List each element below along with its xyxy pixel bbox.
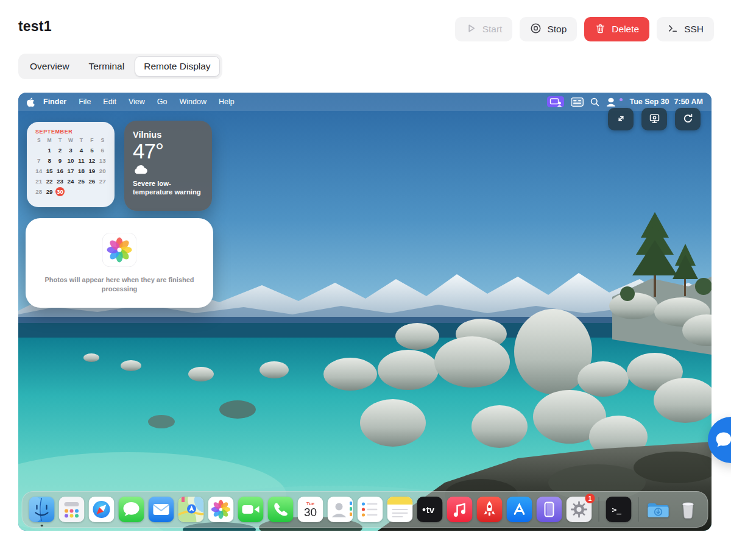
running-indicator <box>41 525 43 527</box>
calendar-day <box>65 187 76 197</box>
dock-icon-photos[interactable] <box>208 497 234 522</box>
calendar-day: 2 <box>55 146 65 155</box>
dock-icon-music[interactable] <box>447 497 473 522</box>
calendar-day: 25 <box>76 177 87 186</box>
dock-icon-appstore[interactable] <box>507 497 532 522</box>
menubar-date[interactable]: Tue Sep 30 <box>629 97 669 106</box>
delete-button[interactable]: Delete <box>584 17 649 41</box>
dock-icon-trash[interactable] <box>676 497 701 522</box>
calendar-day: 3 <box>65 146 76 155</box>
menu-item-finder[interactable]: Finder <box>37 97 72 106</box>
svg-text:30: 30 <box>304 506 317 519</box>
calendar-day: 21 <box>34 177 44 186</box>
menu-item-view[interactable]: View <box>122 97 151 106</box>
calendar-day: 28 <box>34 187 44 197</box>
remote-display-screen[interactable]: FinderFileEditViewGoWindowHelp Tue Sep 3… <box>18 93 712 531</box>
dock-icon-finder[interactable] <box>29 497 55 522</box>
calendar-day-header: T <box>55 136 65 144</box>
menu-item-go[interactable]: Go <box>151 97 174 106</box>
dock-icon-terminal[interactable]: >_ <box>606 497 632 522</box>
calendar-day: 10 <box>65 156 76 166</box>
dock-icon-safari[interactable] <box>89 497 115 522</box>
menubar-menus: FinderFileEditViewGoWindowHelp <box>37 97 241 106</box>
stop-button[interactable]: Stop <box>520 17 577 41</box>
dock-icon-contacts[interactable] <box>328 497 353 522</box>
tab-overview[interactable]: Overview <box>21 56 79 77</box>
calendar-day: 14 <box>34 166 44 176</box>
screen-record-icon <box>648 112 661 127</box>
calendar-day <box>87 187 97 197</box>
user-menu-icon[interactable] <box>606 97 616 107</box>
dock-icon-maps[interactable] <box>178 497 204 522</box>
calendar-day: 8 <box>44 156 54 166</box>
menu-item-help[interactable]: Help <box>213 97 241 106</box>
keyboard-input-icon[interactable] <box>571 97 584 107</box>
calendar-day: 20 <box>97 166 108 176</box>
page-title: test1 <box>18 18 52 35</box>
tab-remote-display[interactable]: Remote Display <box>135 56 219 77</box>
dock-icon-iphone-mirroring[interactable] <box>537 497 562 522</box>
calendar-day: 9 <box>55 156 65 166</box>
trash-icon <box>595 23 606 37</box>
photos-pinwheel-icon <box>102 233 136 269</box>
ssh-button[interactable]: SSH <box>657 17 714 41</box>
dock-icon-launchpad[interactable] <box>59 497 85 522</box>
calendar-day-header: W <box>65 136 76 144</box>
dock-icon-downloads[interactable] <box>646 497 671 522</box>
calendar-day: 19 <box>87 166 97 176</box>
calendar-day: 11 <box>76 156 87 166</box>
calendar-day <box>34 146 44 155</box>
spotlight-search-icon[interactable] <box>590 97 599 107</box>
calendar-today: 30 <box>55 187 65 197</box>
screen-sharing-indicator[interactable] <box>547 96 564 107</box>
calendar-day: 26 <box>87 177 97 186</box>
svg-text:>_: >_ <box>612 505 622 515</box>
menu-item-edit[interactable]: Edit <box>97 97 122 106</box>
calendar-day-header: F <box>87 136 97 144</box>
refresh-button[interactable] <box>675 108 701 130</box>
calendar-widget[interactable]: SEPTEMBER SMTWTFS12345678910111213141516… <box>27 122 115 207</box>
expand-icon <box>615 112 627 127</box>
calendar-day: 17 <box>65 166 76 176</box>
calendar-day: 23 <box>55 177 65 186</box>
apple-icon[interactable] <box>27 97 35 107</box>
dock-icon-reminders[interactable] <box>358 497 383 522</box>
svg-text:tv: tv <box>426 505 435 515</box>
fullscreen-button[interactable] <box>608 108 634 130</box>
dock-icon-notes[interactable] <box>387 497 413 522</box>
calendar-day: 15 <box>44 166 54 176</box>
desktop-wallpaper <box>18 93 712 531</box>
calendar-day-header: S <box>97 136 108 144</box>
start-button[interactable]: Start <box>455 17 513 41</box>
chat-bubble-icon <box>712 428 731 453</box>
weather-city: Vilnius <box>133 130 203 140</box>
photos-widget[interactable]: Photos will appear here when they are fi… <box>26 218 213 308</box>
calendar-day <box>97 187 108 197</box>
calendar-day: 4 <box>76 146 87 155</box>
notification-badge: 1 <box>585 494 595 503</box>
display-button[interactable] <box>641 108 667 130</box>
tab-terminal[interactable]: Terminal <box>80 56 134 77</box>
weather-widget[interactable]: Vilnius 47° Severe low-temperature warni… <box>124 121 212 211</box>
weather-temperature: 47° <box>133 140 203 163</box>
dock-icon-mail[interactable] <box>149 497 174 522</box>
calendar-day: 12 <box>87 156 97 166</box>
calendar-day <box>76 187 87 197</box>
dock-icon-settings[interactable]: 1 <box>567 497 592 522</box>
dock-icon-appletv[interactable]: tv <box>417 497 443 522</box>
refresh-icon <box>682 112 694 127</box>
menu-item-file[interactable]: File <box>72 97 97 106</box>
calendar-day-header: S <box>34 136 44 144</box>
calendar-day: 29 <box>44 187 54 197</box>
calendar-day: 5 <box>87 146 97 155</box>
dock-icon-facetime[interactable] <box>238 497 264 522</box>
dock-icon-messages[interactable] <box>119 497 144 522</box>
dock-icon-phone[interactable] <box>268 497 294 522</box>
dock-icon-calendar[interactable]: Tue30 <box>298 497 323 522</box>
menubar-time[interactable]: 7:50 AM <box>674 97 703 106</box>
dock-divider <box>638 497 639 522</box>
stop-circle-icon <box>530 23 542 37</box>
menu-item-window[interactable]: Window <box>173 97 212 106</box>
cloud-icon <box>133 165 203 177</box>
dock-icon-games[interactable] <box>477 497 503 522</box>
